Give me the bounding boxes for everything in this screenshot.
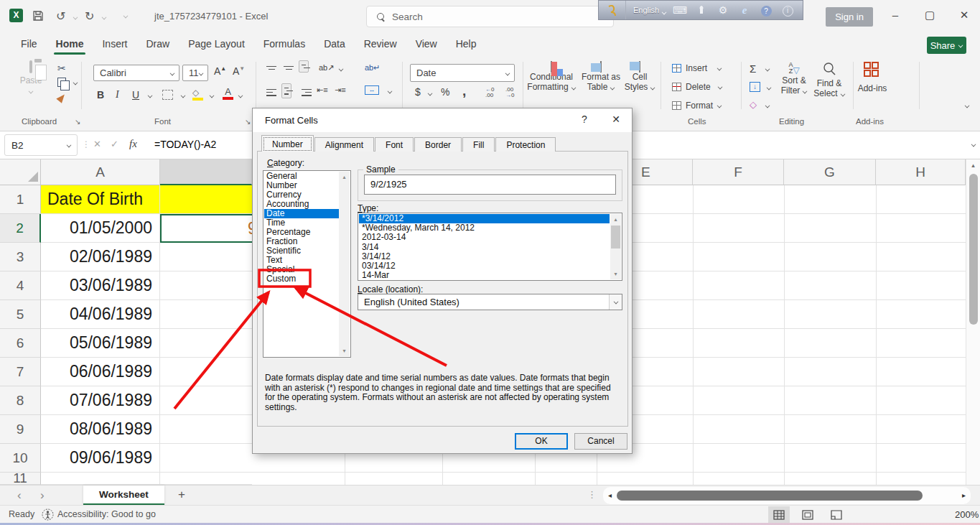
locale-dropdown[interactable]: English (United States) bbox=[358, 294, 622, 310]
cell-column-a[interactable]: 01/05/2000 bbox=[41, 214, 160, 243]
number-format-combo[interactable]: Date bbox=[410, 64, 515, 82]
collapse-ribbon-icon[interactable] bbox=[965, 103, 970, 108]
cell-column-b[interactable] bbox=[160, 415, 252, 444]
scroll-left-icon[interactable]: ◂ bbox=[608, 491, 612, 499]
save-icon[interactable] bbox=[32, 10, 44, 22]
horizontal-scroll-thumb[interactable] bbox=[617, 491, 923, 501]
scroll-right-icon[interactable]: ▸ bbox=[962, 491, 966, 499]
tab-scroll-handle[interactable]: ⋮ bbox=[587, 489, 597, 500]
help-icon[interactable]: ? bbox=[755, 4, 777, 17]
cell-column-a[interactable]: 05/06/1989 bbox=[41, 329, 160, 358]
page-layout-view-button[interactable] bbox=[797, 506, 818, 523]
zoom-level[interactable]: 200% bbox=[955, 509, 979, 520]
fill-color-dropdown-icon[interactable] bbox=[210, 93, 215, 98]
decrease-indent-icon[interactable]: ⇤≡ bbox=[317, 85, 328, 95]
cell-column-b[interactable] bbox=[160, 300, 252, 329]
cancel-entry-icon[interactable]: ✕ bbox=[93, 139, 101, 149]
scroll-up-icon[interactable]: ▴ bbox=[966, 162, 980, 169]
sort-filter-button[interactable]: AZ▽ Sort &Filter bbox=[775, 62, 813, 96]
cell-column-a[interactable]: 03/06/1989 bbox=[41, 271, 160, 300]
cell-column-b[interactable] bbox=[160, 444, 252, 473]
redo-icon[interactable]: ↻ bbox=[85, 9, 94, 23]
page-break-view-button[interactable] bbox=[826, 506, 847, 523]
ribbon-tab[interactable]: Home bbox=[47, 34, 93, 55]
cancel-button[interactable]: Cancel bbox=[574, 433, 627, 450]
cell-styles-button[interactable]: CellStyles bbox=[622, 62, 658, 92]
bold-button[interactable]: B bbox=[97, 89, 104, 101]
decrease-decimal-icon[interactable]: .00→0 bbox=[505, 87, 514, 98]
font-size-combo[interactable]: 11 bbox=[182, 65, 208, 81]
sheet-tab-worksheet[interactable]: Worksheet bbox=[83, 485, 164, 506]
category-listbox[interactable]: GeneralNumberCurrencyAccountingDateTimeP… bbox=[263, 170, 351, 358]
column-header[interactable]: H bbox=[876, 159, 966, 185]
comma-format-icon[interactable]: , bbox=[462, 83, 466, 99]
row-header[interactable]: 1 bbox=[0, 185, 41, 214]
scroll-down-icon[interactable]: ▾ bbox=[610, 271, 621, 277]
scroll-up-icon[interactable]: ▴ bbox=[610, 216, 621, 223]
row-header[interactable]: 3 bbox=[0, 243, 41, 271]
increase-decimal-icon[interactable]: ←0.00 bbox=[485, 87, 494, 98]
top-align-icon[interactable] bbox=[266, 64, 276, 72]
vertical-scroll-thumb[interactable] bbox=[969, 174, 978, 325]
insert-cells-button[interactable]: Insert bbox=[672, 63, 722, 73]
close-button[interactable]: ✕ bbox=[954, 9, 974, 22]
autosum-icon[interactable]: Σ bbox=[750, 62, 756, 75]
shrink-font-icon[interactable]: A▼ bbox=[233, 65, 245, 77]
dialog-tab[interactable]: Fill bbox=[462, 137, 495, 152]
accessibility-icon[interactable] bbox=[42, 508, 54, 521]
fill-color-icon[interactable]: ◇ bbox=[192, 88, 203, 101]
column-header-b-selected[interactable] bbox=[160, 159, 252, 185]
search-input[interactable]: Search bbox=[366, 6, 614, 27]
language-dropdown-icon[interactable] bbox=[662, 10, 667, 15]
align-center-icon[interactable] bbox=[281, 83, 291, 98]
cell-column-a[interactable]: 09/06/1989 bbox=[41, 444, 160, 473]
align-left-icon[interactable] bbox=[266, 87, 276, 98]
ime-icon[interactable] bbox=[691, 4, 712, 17]
undo-dropdown-icon[interactable] bbox=[73, 15, 78, 20]
ribbon-tab[interactable]: Data bbox=[314, 34, 355, 55]
borders-dropdown-icon[interactable] bbox=[181, 93, 186, 98]
row-header[interactable]: 9 bbox=[0, 415, 41, 444]
column-header[interactable]: E bbox=[633, 159, 693, 185]
settings-gear-icon[interactable]: ⚙ bbox=[712, 4, 734, 16]
italic-button[interactable]: I bbox=[116, 89, 119, 101]
cell-column-b[interactable] bbox=[160, 358, 252, 386]
ribbon-tab[interactable]: File bbox=[11, 34, 47, 55]
currency-dropdown-icon[interactable] bbox=[428, 91, 433, 96]
merge-dropdown-icon[interactable] bbox=[388, 89, 393, 94]
locale-dropdown-button[interactable] bbox=[609, 294, 622, 310]
vertical-scrollbar[interactable]: ▴ bbox=[966, 159, 980, 485]
cell-column-a[interactable]: 02/06/1989 bbox=[41, 243, 160, 271]
cell-column-b[interactable]: 9 bbox=[160, 214, 252, 243]
cell-column-a[interactable]: 06/06/1989 bbox=[41, 358, 160, 386]
font-color-dropdown-icon[interactable] bbox=[238, 93, 243, 98]
cut-icon[interactable] bbox=[57, 62, 66, 74]
currency-format-icon[interactable]: $ bbox=[415, 86, 421, 98]
minimize-button[interactable]: – bbox=[885, 9, 905, 21]
delete-cells-button[interactable]: Delete bbox=[672, 82, 722, 92]
underline-button[interactable]: U bbox=[132, 89, 139, 101]
grow-font-icon[interactable]: A▲ bbox=[214, 65, 226, 77]
row-header[interactable]: 6 bbox=[0, 329, 41, 358]
copy-icon[interactable] bbox=[57, 78, 66, 87]
customize-qat-icon[interactable] bbox=[123, 14, 129, 19]
orientation-dropdown-icon[interactable] bbox=[339, 67, 344, 72]
cell-column-b[interactable] bbox=[160, 473, 252, 485]
ok-button[interactable]: OK bbox=[515, 433, 568, 450]
type-item[interactable]: 3/14 bbox=[359, 243, 610, 252]
dialog-tab[interactable]: Alignment bbox=[314, 137, 374, 152]
orientation-icon[interactable]: ab↗ bbox=[319, 63, 334, 73]
category-scrollbar[interactable]: ▴ ▾ bbox=[339, 172, 350, 356]
type-item[interactable]: 3/14/12 bbox=[359, 252, 610, 261]
row-header[interactable]: 10 bbox=[0, 444, 41, 473]
dialog-tab[interactable]: Font bbox=[375, 137, 414, 152]
row-header[interactable]: 4 bbox=[0, 271, 41, 300]
type-listbox[interactable]: *3/14/2012*Wednesday, March 14, 20122012… bbox=[358, 213, 622, 281]
keyboard-icon[interactable]: ⌨ bbox=[669, 4, 691, 16]
dialog-tab[interactable]: Protection bbox=[495, 137, 556, 152]
cell-column-b[interactable] bbox=[160, 329, 252, 358]
normal-view-button[interactable] bbox=[768, 506, 790, 523]
clear-icon[interactable]: ◇ bbox=[750, 99, 757, 110]
row-header[interactable]: 5 bbox=[0, 300, 41, 329]
format-cells-button[interactable]: Format bbox=[672, 101, 722, 111]
